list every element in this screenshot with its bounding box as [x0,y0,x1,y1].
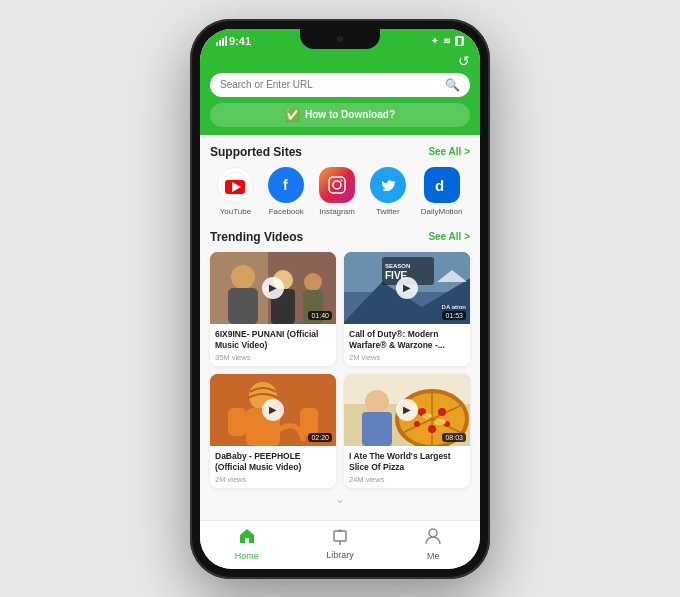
svg-rect-34 [362,412,392,446]
video-views-3: 2M views [215,475,331,484]
signal-bars [216,36,227,46]
svg-rect-14 [228,288,258,324]
me-label: Me [427,551,440,561]
video-info-2: Call of Duty®: Modern Warfare® & Warzone… [344,324,470,366]
svg-point-43 [428,425,436,433]
search-input[interactable] [220,79,445,90]
signal-bar-4 [225,36,227,46]
svg-point-6 [333,181,341,189]
header-section: ↺ 🔍 ✅ How to Download? [200,49,480,135]
play-button-1[interactable]: ▶ [262,277,284,299]
svg-point-46 [434,419,446,425]
sites-row: YouTube f Facebook [210,167,470,216]
supported-sites-see-all[interactable]: See All > [428,146,470,157]
supported-sites-title: Supported Sites [210,145,302,159]
video-title-1: 6IX9INE- PUNANI (Official Music Video) [215,329,331,351]
svg-point-42 [414,421,420,427]
video-card-3[interactable]: ▶ 02:20 DaBaby - PEEPHOLE (Official Musi… [210,374,336,488]
svg-text:f: f [283,177,288,193]
youtube-label: YouTube [220,207,251,216]
svg-point-7 [341,179,343,181]
twitter-icon [370,167,406,203]
search-bar[interactable]: 🔍 [210,73,470,97]
duration-badge-4: 08:03 [442,433,466,442]
svg-text:d: d [435,177,444,194]
video-card-4[interactable]: ▶ 08:03 I Ate The World's Largest Slice … [344,374,470,488]
video-title-2: Call of Duty®: Modern Warfare® & Warzone… [349,329,465,351]
battery-icon: ▮ [455,36,464,46]
library-icon [331,527,349,548]
signal-bar-3 [222,38,224,46]
videos-grid: ▶ 01:40 6IX9INE- PUNANI (Official Music … [210,252,470,488]
status-time: 9:41 [229,35,251,47]
duration-badge-2: 01:53 [442,311,466,320]
video-thumb-3: ▶ 02:20 [210,374,336,446]
site-item-instagram[interactable]: Instagram [319,167,355,216]
chevron-divider: ⌄ [210,488,470,508]
play-button-2[interactable]: ▶ [396,277,418,299]
svg-point-17 [304,273,322,291]
dailymotion-label: DailyMotion [421,207,463,216]
video-thumb-4: ▶ 08:03 [344,374,470,446]
da-badge: DA ation [442,304,466,310]
refresh-row: ↺ [210,53,470,69]
phone-screen: 9:41 ✦ ≋ ▮ ↺ 🔍 ✅ How to Download? [200,29,480,569]
svg-rect-47 [334,531,346,541]
how-to-icon: ✅ [285,108,300,122]
signal-bar-2 [219,40,221,46]
svg-point-41 [438,408,446,416]
trending-videos-see-all[interactable]: See All > [428,231,470,242]
trending-videos-header: Trending Videos See All > [210,230,470,244]
how-to-label: How to Download? [305,109,395,120]
video-thumb-2: SEASON FIVE ▶ 01:53 DA ation [344,252,470,324]
svg-point-48 [429,529,437,537]
content-area: Supported Sites See All > YouTube [200,135,480,520]
site-item-youtube[interactable]: YouTube [217,167,253,216]
svg-rect-5 [329,177,345,193]
site-item-dailymotion[interactable]: d DailyMotion [421,167,463,216]
video-views-1: 35M views [215,353,331,362]
video-title-3: DaBaby - PEEPHOLE (Official Music Video) [215,451,331,473]
facebook-icon: f [268,167,304,203]
svg-text:SEASON: SEASON [385,263,410,269]
svg-point-45 [422,413,432,419]
video-thumb-1: ▶ 01:40 [210,252,336,324]
video-card-2[interactable]: SEASON FIVE ▶ 01:53 DA ation Call of Dut… [344,252,470,366]
me-icon [424,527,442,549]
how-to-banner[interactable]: ✅ How to Download? [210,103,470,127]
signal-bar-1 [216,42,218,46]
wifi-icon: ≋ [443,36,451,46]
twitter-label: Twitter [376,207,400,216]
nav-item-me[interactable]: Me [387,527,480,561]
supported-sites-header: Supported Sites See All > [210,145,470,159]
video-title-4: I Ate The World's Largest Slice Of Pizza [349,451,465,473]
site-item-twitter[interactable]: Twitter [370,167,406,216]
bluetooth-icon: ✦ [431,36,439,46]
home-label: Home [235,551,259,561]
video-info-1: 6IX9INE- PUNANI (Official Music Video) 3… [210,324,336,366]
notch-dot [337,36,343,42]
play-button-3[interactable]: ▶ [262,399,284,421]
video-views-4: 24M views [349,475,465,484]
site-item-facebook[interactable]: f Facebook [268,167,304,216]
svg-point-13 [231,265,255,289]
signal-area: 9:41 [216,35,251,47]
nav-item-home[interactable]: Home [200,527,293,561]
bottom-nav: Home Library [200,520,480,569]
library-label: Library [326,550,354,560]
play-button-4[interactable]: ▶ [396,399,418,421]
search-icon: 🔍 [445,78,460,92]
duration-badge-1: 01:40 [308,311,332,320]
video-card-1[interactable]: ▶ 01:40 6IX9INE- PUNANI (Official Music … [210,252,336,366]
youtube-icon [217,167,253,203]
svg-rect-29 [228,408,246,436]
nav-item-library[interactable]: Library [293,527,386,560]
duration-badge-3: 02:20 [308,433,332,442]
notch [300,29,380,49]
video-info-3: DaBaby - PEEPHOLE (Official Music Video)… [210,446,336,488]
facebook-label: Facebook [269,207,304,216]
home-icon [238,527,256,549]
phone-frame: 9:41 ✦ ≋ ▮ ↺ 🔍 ✅ How to Download? [190,19,490,579]
refresh-icon[interactable]: ↺ [458,53,470,69]
instagram-icon [319,167,355,203]
